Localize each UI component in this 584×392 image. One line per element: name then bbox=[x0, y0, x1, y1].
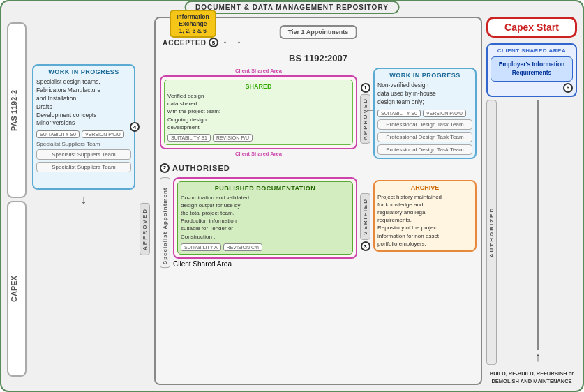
tier1-box: Tier 1 Appointments bbox=[280, 25, 357, 39]
info-exchange-line1: Information Exchange bbox=[177, 13, 209, 27]
wip-right-team1: Professional Design Task Team bbox=[377, 119, 472, 130]
capex-label: CAPEX bbox=[7, 201, 27, 377]
accepted-row: ACCEPTED 5 bbox=[163, 38, 218, 47]
wip-right-box: WORK IN PROGRESS Non-verified designdata… bbox=[373, 68, 477, 159]
right-col: Capex Start CLIENT SHARED AREA Employer'… bbox=[486, 17, 577, 385]
badge-rev-cn: REVISION C/n bbox=[223, 243, 262, 251]
specialist-appt-label: Specialist Appointment bbox=[160, 177, 170, 268]
capex-start-box: Capex Start bbox=[486, 17, 577, 38]
client-shared-title: CLIENT SHARED AREA bbox=[491, 47, 573, 54]
accepted-label: ACCEPTED bbox=[163, 39, 207, 47]
arrow-up-2: ↑ bbox=[237, 38, 241, 49]
badge-rev-pu: REVISION P/U bbox=[213, 134, 253, 142]
wip-right-content: Non-verified designdata used by in-house… bbox=[377, 82, 472, 107]
wip-left-badges: SUITABILITY S0 VERSION P/L/U bbox=[36, 130, 131, 138]
wip-left-box: WORK IN PROGRESS Specialist design teams… bbox=[32, 64, 135, 190]
approved-vert-left: APPROVED bbox=[140, 203, 150, 255]
published-box: PUBLISHED DOCUMENTATION Co-ordination an… bbox=[173, 177, 357, 259]
main-title: DOCUMENT & DATA MANAGEMENT REPOSITORY bbox=[184, 1, 400, 14]
wip-left-sub1: Specialist Suppliers Team bbox=[36, 141, 131, 147]
shared-box: SHARED Verified designdata sharedwith th… bbox=[160, 75, 357, 149]
bs-label: BS 1192:2007 bbox=[160, 53, 477, 63]
authorised-label: AUTHORISED bbox=[172, 164, 230, 172]
published-inner: PUBLISHED DOCUMENTATION Co-ordination an… bbox=[177, 181, 353, 255]
wip-left-team1: Specialist Suppliers Team bbox=[36, 149, 131, 160]
wip-right-title: WORK IN PROGRESS bbox=[377, 72, 472, 79]
main-area: WORK IN PROGRESS Specialist design teams… bbox=[32, 17, 577, 385]
shared-inner: SHARED Verified designdata sharedwith th… bbox=[164, 80, 353, 145]
published-content: Co-ordination and validateddesign output… bbox=[181, 194, 350, 241]
main-container: DOCUMENT & DATA MANAGEMENT REPOSITORY PA… bbox=[0, 0, 584, 392]
wip-left-content: Specialist design teams,Fabricators Manu… bbox=[36, 78, 131, 128]
badge-version-plu: VERSION P/L/U bbox=[82, 130, 124, 138]
employer-text: Employer's Information Requirements bbox=[499, 61, 565, 76]
info-exchange-box: Information Exchange 1, 2, 3 & 6 bbox=[170, 10, 216, 38]
wip-left-team2: Specialist Suppliers Team bbox=[36, 162, 131, 172]
lower-inner-row: Specialist Appointment PUBLISHED DOCUMEN… bbox=[160, 177, 477, 268]
employer-box: Employer's Information Requirements bbox=[491, 56, 573, 82]
shared-area-bottom: Client Shared Area bbox=[160, 151, 357, 157]
badge-suit-a: SUITABILITY A bbox=[181, 243, 221, 251]
shared-col: Client Shared Area SHARED Verified desig… bbox=[160, 68, 357, 159]
shared-area-bottom2: Client Shared Area bbox=[173, 260, 357, 268]
wip-left-title: WORK IN PROGRESS bbox=[36, 68, 131, 75]
build-label: BUILD, RE-BUILD, REFURBISH or DEMOLISH A… bbox=[486, 370, 577, 385]
num2-circle: 2 bbox=[160, 163, 170, 173]
badge-version-puu: VERSION P/U/U bbox=[423, 110, 466, 117]
approved-vert-right: APPROVED bbox=[360, 94, 370, 144]
badge-suitability-s0: SUITABILITY S0 bbox=[36, 130, 80, 138]
verified-vert: VERIFIED bbox=[360, 193, 370, 240]
top-row: Information Exchange 1, 2, 3 & 6 ACCEPTE… bbox=[160, 22, 477, 47]
num1-circle: 1 bbox=[361, 83, 370, 93]
info-exchange-line2: 1, 2, 3 & 6 bbox=[179, 27, 207, 34]
specialist-appt-container: Specialist Appointment bbox=[160, 177, 170, 268]
wip-right-team3: Professional Design Task Team bbox=[377, 144, 472, 155]
verified-num3: VERIFIED 3 bbox=[360, 193, 370, 251]
authorized-vert: AUTHORIZED bbox=[486, 100, 497, 365]
published-title: PUBLISHED DOCUMENTATION bbox=[181, 185, 350, 192]
num6-row: 6 bbox=[491, 83, 573, 93]
shared-title: SHARED bbox=[167, 83, 350, 90]
shared-badges: SUITABILITY S1 REVISION P/U bbox=[167, 134, 350, 142]
arrow-left-wip: ← bbox=[365, 105, 375, 116]
authorized-area: AUTHORIZED ↑ bbox=[486, 100, 577, 365]
big-arrow-up: ↑ bbox=[535, 350, 541, 365]
archive-title: ARCHIVE bbox=[377, 184, 472, 191]
arrow-line bbox=[537, 100, 539, 350]
arrow-up-container: ↑ bbox=[499, 100, 577, 365]
arrow-down-left: ↓ bbox=[81, 193, 87, 207]
badge-suit-s0-r: SUITABILITY S0 bbox=[377, 110, 421, 117]
badge-suit-s1: SUITABILITY S1 bbox=[167, 134, 211, 142]
num3-circle: 3 bbox=[361, 241, 370, 251]
tier1-box-container: Tier 1 Appointments bbox=[280, 25, 357, 39]
pas-label: PAS 1192-2 bbox=[7, 22, 27, 198]
num4-circle: 4 bbox=[130, 122, 140, 132]
archive-content: Project history maintainedfor knowledge … bbox=[377, 193, 472, 248]
arrow-up-1: ↑ bbox=[223, 38, 227, 49]
archive-box: ARCHIVE Project history maintainedfor kn… bbox=[373, 180, 477, 252]
published-col: PUBLISHED DOCUMENTATION Co-ordination an… bbox=[173, 177, 357, 268]
authorised-row: 2 AUTHORISED bbox=[160, 163, 477, 173]
upper-inner-row: Client Shared Area SHARED Verified desig… bbox=[160, 68, 477, 159]
verified-container: VERIFIED 3 bbox=[360, 177, 370, 268]
wip-right-badges: SUITABILITY S0 VERSION P/U/U bbox=[377, 110, 472, 117]
num6-circle: 6 bbox=[563, 83, 573, 93]
shared-area-top: Client Shared Area bbox=[160, 68, 357, 74]
bs-container: Information Exchange 1, 2, 3 & 6 ACCEPTE… bbox=[154, 17, 482, 385]
left-labels: PAS 1192-2 CAPEX bbox=[7, 22, 27, 377]
shared-content: Verified designdata sharedwith the proje… bbox=[167, 92, 350, 131]
num5-circle: 5 bbox=[209, 38, 218, 47]
client-shared-right-box: CLIENT SHARED AREA Employer's Informatio… bbox=[486, 43, 577, 97]
published-badges: SUITABILITY A REVISION C/n bbox=[181, 243, 350, 251]
wip-right-team2: Professional Design Task Team bbox=[377, 132, 472, 142]
